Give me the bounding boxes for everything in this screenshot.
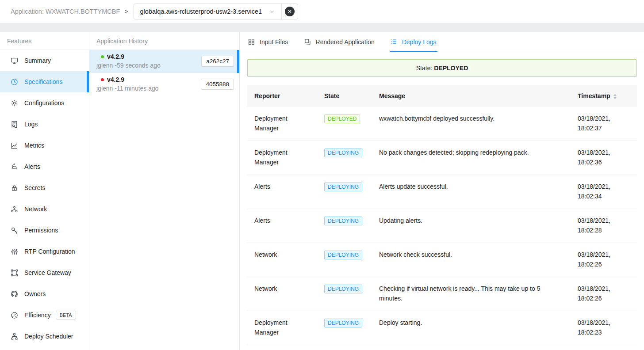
sidebar-item-deploy-scheduler[interactable]: Deploy Scheduler (0, 326, 89, 347)
timestamp-cell: 03/18/2021,18:02:36 (571, 141, 637, 175)
beta-badge: BETA (56, 311, 76, 320)
deploy-state-banner: State: DEPLOYED (247, 59, 637, 77)
message-cell: Network check successful. (372, 243, 571, 277)
history-item[interactable]: v4.2.9 jglenn -11 minutes ago 4055888 (89, 73, 239, 96)
tab-rendered-application[interactable]: Rendered Application (303, 32, 376, 52)
sidebar-item-logs[interactable]: Logs (0, 114, 89, 135)
timestamp-cell: 03/18/2021,18:02:37 (571, 107, 637, 141)
sidebar-item-secrets[interactable]: Secrets (0, 177, 89, 198)
key-icon (11, 227, 18, 234)
main-content: Input Files Rendered Application Deploy … (240, 32, 644, 350)
sidebar-item-service-gateway[interactable]: Service Gateway (0, 262, 89, 283)
state-cell: DEPLOYING (317, 175, 372, 209)
breadcrumb-separator: > (124, 8, 128, 15)
timestamp-date: 03/18/2021, (578, 114, 630, 123)
history-header: Application History (89, 32, 239, 50)
sidebar-item-label: Deploy Scheduler (24, 333, 73, 340)
cluster-icon (11, 205, 18, 213)
sidebar-item-label: Secrets (24, 184, 45, 191)
gateway-icon (11, 269, 18, 277)
sidebar-item-efficiency[interactable]: Efficiency BETA (0, 304, 89, 326)
top-bar: Application: WXWATCH.BOTTYMCBF > globalq… (0, 0, 644, 23)
tab-input-files[interactable]: Input Files (247, 32, 289, 52)
sidebar-item-label: Owners (24, 290, 46, 297)
sidebar-item-alerts[interactable]: Alerts (0, 156, 89, 177)
message-cell: Updating alerts. (372, 209, 571, 243)
version-meta: jglenn -11 minutes ago (96, 85, 201, 92)
version-meta: jglenn -59 seconds ago (96, 62, 201, 69)
gauge-icon (11, 312, 18, 319)
table-row: Network DEPLOYING Checking if virtual ne… (247, 277, 637, 311)
tab-deploy-logs[interactable]: Deploy Logs (390, 32, 437, 52)
sidebar-item-specifications[interactable]: Specifications (0, 71, 89, 92)
state-cell: DEPLOYING (317, 209, 372, 243)
column-header-state: State (317, 85, 372, 107)
diff-icon (304, 38, 311, 45)
status-badge: DEPLOYED (324, 114, 360, 123)
timestamp-cell: 03/18/2021,18:02:26 (571, 277, 637, 311)
clear-selection-button[interactable] (285, 7, 295, 16)
column-header-reporter: Reporter (247, 85, 317, 107)
status-badge: DEPLOYING (324, 251, 362, 259)
timestamp-cell: 03/18/2021,18:02:23 (571, 311, 637, 345)
history-item-info: v4.2.9 jglenn -59 seconds ago (96, 53, 201, 69)
state-cell: DEPLOYED (317, 107, 372, 141)
page-body: Features Summary Specifications Configur… (0, 23, 644, 350)
sidebar-item-label: Specifications (24, 78, 62, 85)
sidebar-item-summary[interactable]: Summary (0, 50, 89, 71)
reporter-cell: Deployment Manager (247, 141, 317, 175)
deploy-log-table: Reporter State Message Timestamp Deploym… (247, 85, 637, 345)
sidebar-item-metrics[interactable]: Metrics (0, 135, 89, 156)
commit-hash-chip[interactable]: a262c27 (201, 56, 234, 67)
timestamp-date: 03/18/2021, (578, 182, 630, 191)
reporter-cell: Network (247, 243, 317, 277)
timestamp-time: 18:02:36 (578, 157, 630, 167)
timestamp-time: 18:02:26 (578, 293, 630, 303)
column-header-message: Message (372, 85, 571, 107)
history-item[interactable]: v4.2.9 jglenn -59 seconds ago a262c27 (89, 50, 239, 73)
features-sidebar: Features Summary Specifications Configur… (0, 32, 89, 350)
service-selector: globalqa.aws-rclusterprod-usw2-3.service… (134, 4, 299, 19)
sidebar-item-label: Summary (24, 57, 51, 64)
table-row: Network DEPLOYING Network check successf… (247, 243, 637, 277)
sidebar-item-label: Efficiency (24, 312, 51, 319)
close-icon (288, 8, 292, 15)
sidebar-item-network[interactable]: Network (0, 198, 89, 220)
status-badge: DEPLOYING (324, 183, 362, 191)
sidebar-item-configurations[interactable]: Configurations (0, 92, 89, 114)
version-label: v4.2.9 (107, 76, 124, 83)
sidebar-item-rtp-configuration[interactable]: RTP Configuration (0, 241, 89, 262)
file-search-icon (11, 121, 18, 128)
timestamp-date: 03/18/2021, (578, 250, 630, 259)
application-breadcrumb-label: Application: WXWATCH.BOTTYMCBF (11, 8, 120, 15)
sidebar-item-label: Logs (24, 121, 38, 128)
github-icon (11, 290, 18, 298)
commit-hash-chip[interactable]: 4055888 (201, 79, 234, 90)
status-badge: DEPLOYING (324, 319, 362, 327)
sidebar-item-owners[interactable]: Owners (0, 283, 89, 304)
table-header-row: Reporter State Message Timestamp (247, 85, 637, 107)
timestamp-cell: 03/18/2021,18:02:28 (571, 209, 637, 243)
list-icon (391, 38, 397, 45)
chevron-down-icon (269, 8, 275, 15)
tab-label: Input Files (260, 38, 288, 46)
timestamp-date: 03/18/2021, (578, 284, 630, 293)
sidebar-item-label: Service Gateway (24, 269, 71, 276)
org-chart-icon (11, 333, 18, 340)
grid-icon (248, 38, 255, 45)
table-row: Alerts DEPLOYING Updating alerts. 03/18/… (247, 209, 637, 243)
message-cell: No pack changes detected; skipping redep… (372, 141, 571, 175)
timestamp-date: 03/18/2021, (578, 318, 630, 327)
sidebar-item-permissions[interactable]: Permissions (0, 220, 89, 241)
service-selector-dropdown[interactable]: globalqa.aws-rclusterprod-usw2-3.service… (134, 4, 282, 19)
sidebar-item-label: Permissions (24, 227, 58, 234)
timestamp-cell: 03/18/2021,18:02:26 (571, 243, 637, 277)
column-header-timestamp[interactable]: Timestamp (571, 85, 637, 107)
sidebar-item-label: Configurations (24, 99, 64, 107)
timestamp-time: 18:02:23 (578, 327, 630, 337)
state-value: DEPLOYED (434, 65, 468, 72)
timestamp-time: 18:02:37 (578, 123, 630, 133)
history-item-info: v4.2.9 jglenn -11 minutes ago (96, 76, 201, 92)
history-clock-icon (11, 78, 18, 86)
state-cell: DEPLOYING (317, 141, 372, 175)
